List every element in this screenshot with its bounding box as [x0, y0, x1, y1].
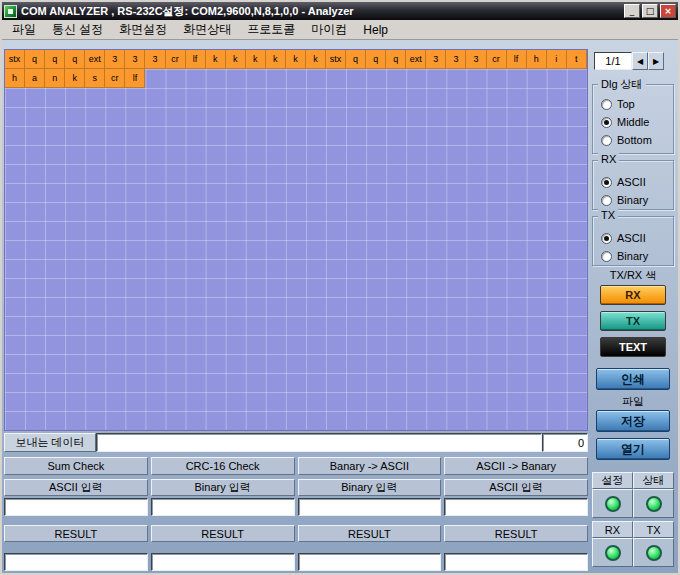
- led-panel-label: RX: [592, 521, 633, 538]
- open-button[interactable]: 열기: [596, 438, 670, 460]
- data-cell: lf: [507, 50, 527, 69]
- dlg-state-radio-option[interactable]: Middle: [593, 113, 673, 131]
- titlebar: COM ANALYZER , RS-232C설정: COM2,9600,N,8,…: [2, 2, 678, 20]
- send-data-label: 보내는 데이터: [4, 433, 96, 452]
- data-cell: q: [45, 50, 65, 69]
- data-cell: ext: [85, 50, 105, 69]
- prev-page-button[interactable]: ◀: [632, 52, 648, 70]
- data-cell: k: [306, 50, 326, 69]
- calc-column: CRC-16 Check Binary 입력 RESULT: [151, 457, 295, 571]
- calc-input-field[interactable]: [444, 498, 588, 516]
- data-cell: stx: [326, 50, 346, 69]
- radio-icon: [601, 177, 612, 188]
- save-button[interactable]: 저장: [596, 410, 670, 432]
- rx-led: [605, 545, 621, 561]
- settings-led-cell: [592, 489, 633, 518]
- data-row-1: stx q q q ext 3 3 3 cr lf: [5, 50, 587, 69]
- send-data-bar: 보내는 데이터: [4, 433, 588, 452]
- radio-label: ASCII: [617, 232, 646, 244]
- data-cell: n: [45, 69, 65, 88]
- right-panel: 1/1 ◀ ▶ Dlg 상태 Top Middl: [590, 40, 676, 573]
- data-cell: a: [25, 69, 45, 88]
- data-cell: k: [65, 69, 85, 88]
- dlg-state-radio-option[interactable]: Bottom: [593, 131, 673, 149]
- print-button[interactable]: 인쇄: [596, 368, 670, 390]
- settings-led: [605, 496, 621, 512]
- data-cell: 3: [446, 50, 466, 69]
- calc-input-field[interactable]: [4, 498, 148, 516]
- data-row-2: h a n k s cr lf: [5, 69, 587, 88]
- calc-result-label: RESULT: [298, 525, 442, 542]
- calc-input-field[interactable]: [151, 498, 295, 516]
- menu-item[interactable]: 통신 설정: [44, 19, 111, 40]
- send-data-count: [542, 433, 588, 452]
- led-panel-label: 설정: [592, 472, 633, 489]
- dlg-state-radio-option[interactable]: Top: [593, 95, 673, 113]
- led-panel-label: 상태: [633, 472, 674, 489]
- tx-mode-radio-option[interactable]: ASCII: [593, 229, 673, 247]
- data-cell: lf: [186, 50, 206, 69]
- calc-column: Banary -> ASCII Binary 입력 RESULT: [298, 457, 442, 571]
- radio-icon: [601, 117, 612, 128]
- tx-color-button[interactable]: TX: [600, 311, 666, 331]
- close-button[interactable]: ×: [660, 4, 676, 18]
- calc-input-label: Binary 입력: [151, 479, 295, 496]
- data-cell: lf: [125, 69, 145, 88]
- calc-result-label: RESULT: [151, 525, 295, 542]
- calc-result-field: [444, 553, 588, 571]
- tx-mode-radio-option[interactable]: Binary: [593, 247, 673, 265]
- rxtx-led-panel: RX TX: [592, 521, 674, 567]
- rx-mode-radio-option[interactable]: ASCII: [593, 173, 673, 191]
- radio-icon: [601, 195, 612, 206]
- radio-label: Bottom: [617, 134, 652, 146]
- calc-result-field: [151, 553, 295, 571]
- radio-label: Middle: [617, 116, 649, 128]
- menu-item[interactable]: 화면상태: [175, 19, 239, 40]
- status-led-panel: 설정 상태: [592, 472, 674, 518]
- data-cell: cr: [166, 50, 186, 69]
- rx-color-button[interactable]: RX: [600, 285, 666, 305]
- data-cell: q: [65, 50, 85, 69]
- menu-item[interactable]: 화면설정: [111, 19, 175, 40]
- radio-icon: [601, 251, 612, 262]
- data-cell: k: [226, 50, 246, 69]
- page-navigator: 1/1 ◀ ▶: [594, 52, 664, 70]
- calc-input-field[interactable]: [298, 498, 442, 516]
- main-content: stx q q q ext 3 3 3 cr lf: [2, 40, 678, 573]
- maximize-button[interactable]: □: [642, 4, 658, 18]
- radio-label: ASCII: [617, 176, 646, 188]
- status-led: [646, 496, 662, 512]
- rx-mode-group: RX ASCII Binary: [592, 160, 674, 210]
- data-cell: 3: [426, 50, 446, 69]
- data-cell: k: [286, 50, 306, 69]
- menu-item[interactable]: 마이컴: [303, 19, 355, 40]
- text-color-button[interactable]: TEXT: [600, 337, 666, 357]
- txrx-color-title: TX/RX 색: [590, 268, 676, 283]
- tx-led: [646, 545, 662, 561]
- menu-item[interactable]: Help: [355, 21, 396, 39]
- rx-mode-radio-option[interactable]: Binary: [593, 191, 673, 209]
- data-cell: q: [366, 50, 386, 69]
- next-page-button[interactable]: ▶: [648, 52, 664, 70]
- calc-column-header: ASCII -> Banary: [444, 457, 588, 475]
- app-icon: [4, 5, 17, 18]
- data-grid: stx q q q ext 3 3 3 cr lf: [4, 49, 588, 431]
- calc-column-header: Banary -> ASCII: [298, 457, 442, 475]
- tx-mode-group: TX ASCII Binary: [592, 216, 674, 266]
- file-section-title: 파일: [590, 394, 676, 409]
- data-cell: stx: [5, 50, 25, 69]
- calc-column: Sum Check ASCII 입력 RESULT: [4, 457, 148, 571]
- minimize-button[interactable]: _: [624, 4, 640, 18]
- dlg-state-group: Dlg 상태 Top Middle: [592, 84, 674, 154]
- calc-column-header: CRC-16 Check: [151, 457, 295, 475]
- data-cell: h: [527, 50, 547, 69]
- rx-mode-group-title: RX: [598, 153, 619, 165]
- calc-column: ASCII -> Banary ASCII 입력 RESULT: [444, 457, 588, 571]
- led-panel-label: TX: [633, 521, 674, 538]
- menu-item[interactable]: 파일: [4, 19, 44, 40]
- data-cell: q: [346, 50, 366, 69]
- menu-item[interactable]: 프로토콜: [239, 19, 303, 40]
- send-data-input[interactable]: [96, 433, 542, 452]
- radio-label: Top: [617, 98, 635, 110]
- data-cell: k: [206, 50, 226, 69]
